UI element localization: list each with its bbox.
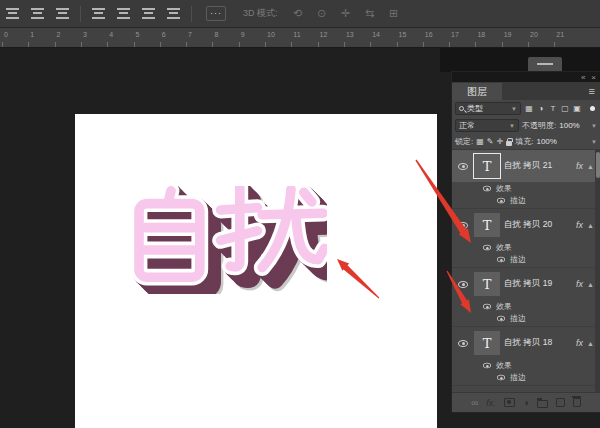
type-layer-thumbnail[interactable]: T [474,331,500,355]
distribute-vertical-centers-icon[interactable] [117,8,130,19]
align-top-edges-icon[interactable] [6,8,19,19]
align-vertical-centers-icon[interactable] [31,8,44,19]
ruler-number: 20 [530,31,538,38]
close-panel-icon[interactable]: × [591,73,596,82]
tab-layers[interactable]: 图层 [452,83,502,100]
effects-row[interactable]: 效果 [452,241,600,253]
stroke-effect-row[interactable]: 描边 [452,194,600,206]
lock-pixels-icon[interactable]: ✎ [487,137,494,146]
align-bottom-edges-icon[interactable] [56,8,69,19]
layer-row-自扰 拷贝 21[interactable]: T自扰 拷贝 21fx▲ [452,150,600,182]
ruler-number: 10 [267,31,275,38]
collapse-panel-icon[interactable]: « [581,73,585,82]
visibility-eye-icon[interactable] [458,281,468,288]
layer-name[interactable]: 自扰 拷贝 20 [504,219,572,231]
ruler-number: 5 [136,31,140,38]
layer-row-自扰 拷贝 20[interactable]: T自扰 拷贝 20fx▲ [452,209,600,241]
3d-rotate-icon[interactable]: ⟲ [291,7,305,20]
stroke-effect-row[interactable]: 描边 [452,371,600,383]
3d-slide-icon[interactable]: ⇆ [363,7,377,20]
distribute-spacing-icon[interactable] [167,8,180,19]
lock-transparency-icon[interactable]: ▦ [476,137,484,146]
effects-row[interactable]: 效果 [452,182,600,194]
stroke-label: 描边 [510,313,526,324]
visibility-eye-icon[interactable] [458,340,468,347]
visibility-eye-icon[interactable] [458,222,468,229]
horizontal-ruler[interactable]: 0123456789101112131415161718192021 [0,28,600,48]
visibility-eye-icon[interactable] [497,197,505,203]
fill-value[interactable]: 100% [536,137,556,146]
visibility-eye-icon[interactable] [483,303,491,309]
distribute-top-icon[interactable] [92,8,105,19]
search-icon [459,106,464,111]
smart-object-filter-icon[interactable]: ▣ [571,104,583,113]
blend-mode-value: 正常 [459,120,475,131]
layer-fx-badge[interactable]: fx [576,338,583,348]
visibility-eye-icon[interactable] [497,315,505,321]
ruler-number: 11 [293,31,300,38]
canvas-text-value: 自扰 [75,114,77,115]
3d-roll-icon[interactable]: ⊙ [315,7,329,20]
layer-fx-badge[interactable]: fx [576,279,583,289]
ruler-number: 8 [214,31,218,38]
effects-row[interactable]: 效果 [452,300,600,312]
visibility-eye-icon[interactable] [483,244,491,250]
distribute-bottom-icon[interactable] [142,8,155,19]
layer-row-自扰 拷贝 19[interactable]: T自扰 拷贝 19fx▲ [452,268,600,300]
layer-name[interactable]: 自扰 拷贝 18 [504,337,572,349]
filter-toggle-icon[interactable] [590,106,595,111]
ruler-tick [554,42,555,47]
visibility-eye-icon[interactable] [483,362,491,368]
layer-mask-icon[interactable] [504,398,515,407]
type-layer-thumbnail[interactable]: T [474,213,500,237]
adjustment-filter-icon[interactable]: ◑ [535,104,547,113]
lock-position-icon[interactable]: ✛ [497,137,504,146]
layer-fx-badge[interactable]: fx [576,220,583,230]
link-icon[interactable]: ∞ [471,398,478,408]
stroke-effect-row[interactable]: 描边 [452,312,600,324]
pixel-filter-icon[interactable]: ▦ [523,104,535,113]
panel-titlebar: « × [452,72,600,82]
ruler-number: 3 [83,31,87,38]
delete-layer-icon[interactable] [573,398,581,407]
shape-filter-icon[interactable]: ▢ [559,104,571,113]
fx-icon[interactable]: fx. [486,398,496,408]
visibility-eye-icon[interactable] [497,256,505,262]
stroke-effect-row[interactable]: 描边 [452,253,600,265]
3d-drag-icon[interactable]: ✛ [339,7,353,20]
chevron-down-icon[interactable]: ▼ [591,123,597,129]
group-folder-icon[interactable] [537,400,548,408]
panel-scrollbar[interactable] [595,150,600,392]
blend-mode-select[interactable]: 正常 ▼ [455,119,519,132]
panel-menu-icon[interactable]: ≡ [584,83,600,100]
ruler-tick [239,42,240,47]
visibility-eye-icon[interactable] [483,185,491,191]
toolbar-divider [80,6,81,22]
scrollbar-thumb[interactable] [596,152,600,178]
visibility-eye-icon[interactable] [458,163,468,170]
layer-fx-badge[interactable]: fx [576,161,583,171]
collapsed-panel-button[interactable] [528,57,562,72]
type-layer-thumbnail[interactable]: T [474,272,500,296]
lock-all-icon[interactable] [506,141,512,146]
stroke-label: 描边 [510,195,526,206]
visibility-eye-icon[interactable] [497,374,505,380]
more-options-button[interactable]: ··· [206,6,226,21]
layer-name[interactable]: 自扰 拷贝 19 [504,278,572,290]
type-filter-icon[interactable]: T [547,104,559,113]
3d-scale-icon[interactable]: ⊞ [387,7,401,20]
layer-name[interactable]: 自扰 拷贝 21 [504,160,572,172]
opacity-value[interactable]: 100% [559,121,579,130]
type-layer-thumbnail[interactable]: T [474,154,500,178]
chevron-down-icon[interactable]: ▼ [591,139,597,145]
ruler-tick [423,42,424,47]
adjustment-icon[interactable]: ◑ [523,398,529,408]
layer-row-自扰 拷贝 18[interactable]: T自扰 拷贝 18fx▲ [452,327,600,359]
new-layer-icon[interactable] [556,398,565,407]
filter-type-select[interactable]: 类型 ▼ [455,102,521,115]
stroke-label: 描边 [510,372,526,383]
ruler-tick [397,42,398,47]
effects-row[interactable]: 效果 [452,359,600,371]
document-canvas[interactable]: 自扰 [75,114,437,428]
stroke-label: 描边 [510,254,526,265]
